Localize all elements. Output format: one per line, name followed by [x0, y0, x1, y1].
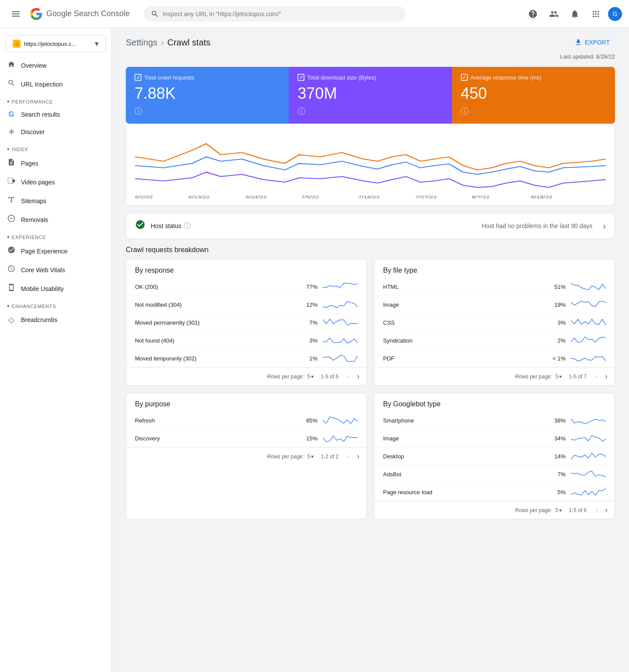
next-page-button[interactable]: › — [355, 371, 361, 382]
rows-per-page-select[interactable]: 5 ▾ — [556, 507, 562, 513]
prev-page-button[interactable]: ‹ — [346, 451, 352, 462]
breakdown-card-title-by-file-type: By file type — [374, 260, 615, 278]
row-percentage: 1% — [302, 355, 318, 362]
sidebar-item-core-web-vitals[interactable]: Core Web Vitals — [0, 260, 108, 279]
breadcrumb-parent[interactable]: Settings — [126, 38, 157, 48]
sidebar-item-video-pages[interactable]: Video pages — [0, 173, 108, 191]
stat-label-text-response: Average response time (ms) — [470, 74, 542, 81]
row-label: Moved temporarily (302) — [135, 355, 302, 362]
host-status[interactable]: Host status ⓘ Host had no problems in th… — [126, 213, 615, 239]
prev-page-button[interactable]: ‹ — [594, 371, 600, 382]
search-input[interactable] — [162, 10, 399, 17]
stat-label-download: Total download size (Bytes) — [297, 74, 443, 81]
table-row: Not modified (304)12% — [126, 295, 366, 313]
page-range: 1-5 of 6 — [321, 374, 339, 380]
card-footer: Rows per page: 5 ▾ 1-5 of 7 ‹ › — [374, 367, 615, 385]
breadcrumbs-icon: ◇ — [7, 315, 16, 325]
next-page-button[interactable]: › — [603, 505, 609, 516]
table-row: Image34% — [374, 429, 615, 447]
host-status-info-icon[interactable]: ⓘ — [184, 222, 191, 231]
row-percentage: 15% — [302, 435, 318, 442]
table-row: HTML51% — [374, 278, 615, 295]
breakdown-card-title-by-purpose: By purpose — [126, 393, 366, 412]
row-percentage: 51% — [550, 284, 566, 290]
sidebar-item-mobile-usability[interactable]: Mobile Usability — [0, 279, 108, 298]
svg-text:6/2/22: 6/2/22 — [135, 195, 153, 199]
section-caret-performance: ▾ — [7, 99, 10, 104]
table-row: PDF< 1% — [374, 349, 615, 367]
stat-checkbox-crawl[interactable] — [135, 74, 142, 81]
rows-per-page-select[interactable]: 5 ▾ — [556, 374, 562, 380]
property-favicon: 🔶 — [13, 40, 21, 48]
people-button[interactable] — [545, 5, 563, 23]
next-page-button[interactable]: › — [603, 371, 609, 382]
sidebar-item-page-experience[interactable]: Page Experience — [0, 242, 108, 260]
row-percentage: 12% — [302, 301, 318, 308]
rows-per-page-value: 5 — [556, 507, 559, 513]
export-button[interactable]: EXPORT — [569, 35, 615, 50]
row-percentage: 3% — [302, 337, 318, 344]
stat-info-crawl[interactable]: ⓘ — [135, 106, 280, 117]
section-label-experience: Experience — [12, 235, 46, 240]
stats-row: Total crawl requests 7.88K ⓘ Total downl… — [126, 67, 615, 124]
sparkline-chart — [323, 317, 358, 328]
row-label: Not found (404) — [135, 337, 302, 344]
stat-checkbox-response[interactable] — [461, 74, 468, 81]
stat-value-response: 450 — [461, 84, 606, 103]
row-label: Desktop — [383, 453, 550, 460]
video-pages-icon — [7, 177, 16, 187]
section-experience[interactable]: ▾ Experience — [0, 229, 111, 242]
property-selector[interactable]: 🔶 https://jetoctopus.c... ▾ — [5, 35, 106, 52]
breadcrumb-current: Crawl stats — [167, 38, 211, 48]
section-caret-enhancements: ▾ — [7, 303, 10, 309]
sidebar-label-breadcrumbs: Breadcrumbs — [21, 316, 57, 323]
search-bar[interactable] — [144, 6, 406, 22]
row-percentage: 19% — [550, 301, 566, 308]
stat-info-download[interactable]: ⓘ — [297, 106, 443, 117]
sidebar-item-overview[interactable]: Overview — [0, 56, 108, 75]
table-row: Page resource load5% — [374, 483, 615, 501]
row-percentage: 7% — [550, 471, 566, 478]
sidebar-item-search-results[interactable]: G Search results — [0, 106, 108, 123]
sidebar-item-breadcrumbs[interactable]: ◇ Breadcrumbs — [0, 311, 108, 329]
page-range: 1-2 of 2 — [321, 454, 339, 460]
sidebar-item-sitemaps[interactable]: Sitemaps — [0, 191, 108, 210]
table-row: OK (200)77% — [126, 278, 366, 295]
section-performance[interactable]: ▾ Performance — [0, 94, 111, 106]
host-status-check-icon — [135, 219, 145, 232]
stat-value-crawl: 7.88K — [135, 84, 280, 103]
next-page-button[interactable]: › — [355, 451, 361, 462]
help-button[interactable] — [524, 5, 542, 23]
apps-button[interactable] — [587, 5, 605, 23]
prev-page-button[interactable]: ‹ — [346, 371, 352, 382]
sidebar-item-discover[interactable]: ✳ Discover — [0, 123, 108, 141]
avatar[interactable]: G — [608, 7, 622, 21]
section-index[interactable]: ▾ Index — [0, 141, 111, 154]
sidebar-item-pages[interactable]: Pages — [0, 154, 108, 173]
row-percentage: 85% — [302, 417, 318, 424]
stat-checkbox-download[interactable] — [297, 74, 304, 81]
table-row: CSS3% — [374, 313, 615, 331]
rows-per-page-select[interactable]: 5 ▾ — [308, 374, 314, 380]
host-status-message: Host had no problems in the last 90 days — [482, 222, 593, 229]
svg-text:8/7/22: 8/7/22 — [472, 195, 490, 199]
sidebar-item-removals[interactable]: Removals — [0, 210, 108, 229]
prev-page-button[interactable]: ‹ — [594, 505, 600, 516]
sparkline-chart — [571, 469, 606, 479]
stat-card-download-size: Total download size (Bytes) 370M ⓘ — [289, 67, 452, 124]
row-percentage: 3% — [550, 319, 566, 326]
sidebar-label-search-results: Search results — [21, 111, 60, 118]
breakdown-card-by-file-type: By file typeHTML51%Image19%CSS3%Syndicat… — [374, 259, 615, 386]
row-label: Page resource load — [383, 489, 550, 495]
notifications-button[interactable] — [566, 5, 584, 23]
breakdown-table-by-purpose: Refresh85%Discovery15% — [126, 412, 366, 447]
chart-container: 6/2/22 6/13/22 6/24/22 7/5/22 7/16/22 7/… — [126, 124, 615, 206]
rows-per-page-select[interactable]: 5 ▾ — [308, 454, 314, 460]
sidebar-item-url-inspection[interactable]: URL Inspection — [0, 75, 108, 94]
section-enhancements[interactable]: ▾ Enhancements — [0, 298, 111, 311]
stat-info-response[interactable]: ⓘ — [461, 106, 606, 117]
export-label: EXPORT — [585, 39, 610, 46]
row-percentage: < 1% — [550, 355, 566, 362]
menu-button[interactable] — [7, 5, 24, 23]
row-label: OK (200) — [135, 284, 302, 290]
